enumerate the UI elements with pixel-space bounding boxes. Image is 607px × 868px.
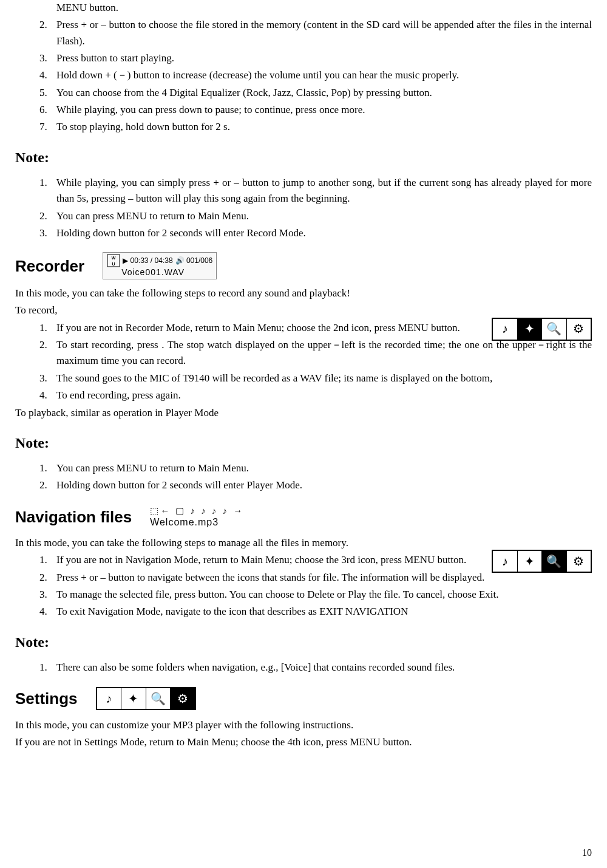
recorder-step-text: To start recording, press . The stop wat… <box>56 337 592 369</box>
lcd-track: 001/006 <box>186 256 212 265</box>
recorder-heading-row: Recorder WU ▶ 00:33 / 04:38 🔊 001/006 Vo… <box>15 252 592 279</box>
recorder-intro2: To record, <box>15 302 592 318</box>
list-number: 2. <box>39 477 56 493</box>
note2-text: Holding down button for 2 seconds will e… <box>56 477 592 493</box>
list-number: 1. <box>39 552 56 568</box>
recorder-lcd-display: WU ▶ 00:33 / 04:38 🔊 001/006 Voice001.WA… <box>103 252 217 279</box>
mic-icon: ✦ <box>518 551 543 572</box>
list-number: 1. <box>39 660 56 675</box>
svg-text:W: W <box>112 256 116 260</box>
navigation-step-text: To manage the selected file, press butto… <box>56 587 592 603</box>
music-icon: ♪ <box>493 551 518 572</box>
navigation-heading-row: Navigation files ⬚← ▢ ♪ ♪ ♪ ♪ → Welcome.… <box>15 505 592 529</box>
list-number: 2. <box>39 570 56 586</box>
note1-text: Holding down button for 2 seconds will e… <box>56 225 592 241</box>
settings-icon: ⚙ <box>567 319 591 340</box>
navigation-intro: In this mode, you can take the following… <box>15 535 592 551</box>
lcd-filename: Voice001.WAV <box>107 267 212 278</box>
note2-text: You can press MENU to return to Main Men… <box>56 460 592 476</box>
mic-icon: ✦ <box>518 319 543 340</box>
settings-heading: Settings <box>15 686 78 711</box>
music-icon: ♪ <box>493 319 518 340</box>
settings-icon: ⚙ <box>171 688 195 709</box>
navigation-heading: Navigation files <box>15 505 132 529</box>
navigation-steps-list: 1. If you are not in Navigation Mode, re… <box>15 552 592 620</box>
player-step-text: You can choose from the 4 Digital Equali… <box>56 85 592 101</box>
search-icon: 🔍 <box>542 551 567 572</box>
settings-intro2: If you are not in Settings Mode, return … <box>15 734 592 750</box>
list-number: 3. <box>39 225 56 241</box>
nav-lcd-icons: ⬚← ▢ ♪ ♪ ♪ ♪ → <box>150 505 244 517</box>
list-number: 4. <box>39 388 56 403</box>
menu-icons-recorder: ♪ ✦ 🔍 ⚙ <box>492 318 592 341</box>
list-number: 6. <box>39 102 56 118</box>
list-number: 4. <box>39 604 56 620</box>
list-number: 2. <box>39 208 56 224</box>
search-icon: 🔍 <box>146 688 171 709</box>
note1-text: While playing, you can simply press + or… <box>56 175 592 207</box>
player-step-text: Press button to start playing. <box>56 50 592 66</box>
list-number: 3. <box>39 587 56 603</box>
mic-icon: ✦ <box>121 688 146 709</box>
list-number: 1. <box>39 320 56 336</box>
player-step-text: While playing, you can press down to pau… <box>56 102 592 118</box>
settings-icon: ⚙ <box>567 551 591 572</box>
svg-text:U: U <box>112 262 115 266</box>
note-heading: Note: <box>15 146 592 169</box>
list-number: 1. <box>39 175 56 207</box>
list-number: 7. <box>39 119 56 135</box>
list-number: 3. <box>39 50 56 66</box>
recorder-outro: To playback, similar as operation in Pla… <box>15 405 592 421</box>
list-number: 1. <box>39 460 56 476</box>
search-icon: 🔍 <box>542 319 567 340</box>
note3-list: 1.There can also be some folders when na… <box>15 660 592 675</box>
navigation-step-text: To exit Navigation Mode, navigate to the… <box>56 604 592 620</box>
player-step-text: Hold down + (－) button to increase (decr… <box>56 67 592 83</box>
settings-heading-row: Settings ♪ ✦ 🔍 ⚙ <box>15 686 592 711</box>
player-steps-list: MENU button. 2.Press + or – button to ch… <box>15 0 592 135</box>
playback-status-icon: WU <box>107 254 120 267</box>
note2-list: 1.You can press MENU to return to Main M… <box>15 460 592 494</box>
list-number: 2. <box>39 17 56 49</box>
player-step-continued: MENU button. <box>56 0 592 16</box>
menu-icons-navigation: ♪ ✦ 🔍 ⚙ <box>492 550 592 573</box>
navigation-lcd-display: ⬚← ▢ ♪ ♪ ♪ ♪ → Welcome.mp3 <box>150 505 244 529</box>
music-icon: ♪ <box>97 688 122 709</box>
recorder-intro: In this mode, you can take the following… <box>15 285 592 301</box>
lcd-time: 00:33 / 04:38 <box>131 256 173 265</box>
note-heading: Note: <box>15 631 592 654</box>
player-step-text: Press + or – button to choose the file s… <box>56 17 592 49</box>
player-step-text: To stop playing, hold down button for 2 … <box>56 119 592 135</box>
settings-intro1: In this mode, you can customize your MP3… <box>15 717 592 733</box>
list-number: 5. <box>39 85 56 101</box>
note1-list: 1.While playing, you can simply press + … <box>15 175 592 241</box>
nav-lcd-file: Welcome.mp3 <box>150 516 244 529</box>
list-number: 3. <box>39 371 56 386</box>
recorder-step-text: The sound goes to the MIC of T9140 will … <box>56 371 592 386</box>
recorder-heading: Recorder <box>15 254 84 278</box>
note1-text: You can press MENU to return to Main Men… <box>56 208 592 224</box>
recorder-steps-list: 1. If you are not in Recorder Mode, retu… <box>15 320 592 404</box>
list-number: 2. <box>39 337 56 369</box>
list-number: 4. <box>39 67 56 83</box>
menu-icons-settings: ♪ ✦ 🔍 ⚙ <box>96 687 196 710</box>
note-heading: Note: <box>15 432 592 454</box>
note3-text: There can also be some folders when navi… <box>56 660 592 675</box>
page-number: 10 <box>582 846 592 861</box>
recorder-step-text: To end recording, press again. <box>56 388 592 403</box>
